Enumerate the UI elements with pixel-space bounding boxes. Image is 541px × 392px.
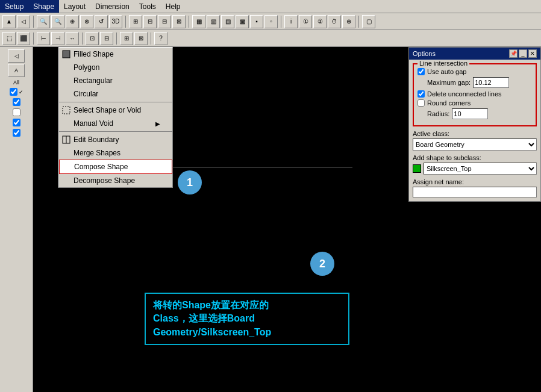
tb-btn-8[interactable]: 3D bbox=[109, 15, 122, 28]
left-btn-2[interactable]: A bbox=[8, 64, 25, 77]
round-corners-row: Round corners bbox=[417, 99, 532, 107]
tb-btn-6[interactable]: ⊗ bbox=[80, 15, 93, 28]
canvas-hline bbox=[172, 167, 352, 168]
round-corners-checkbox[interactable] bbox=[417, 99, 425, 107]
tb-btn-13[interactable]: ▦ bbox=[192, 15, 205, 28]
active-class-label: Active class: bbox=[413, 130, 537, 137]
toolbar-row2: ⬚ ⬛ ⊢ ⊣ ↔ ⊡ ⊟ ⊞ ⊠ ? bbox=[0, 30, 541, 47]
active-class-select[interactable]: Board Geometry bbox=[413, 138, 537, 151]
subclass-select[interactable]: Silkscreen_Top bbox=[424, 163, 537, 175]
add-shape-label: Add shape to subclass: bbox=[413, 154, 537, 161]
tb-sep-5 bbox=[358, 16, 359, 28]
menu-sep-1 bbox=[59, 102, 172, 102]
menu-setup[interactable]: Setup bbox=[0, 0, 28, 13]
menu-item-merge-shapes-label: Merge Shapes bbox=[73, 149, 120, 157]
tb-btn-1[interactable]: ▲ bbox=[2, 15, 16, 28]
tb-btn-17[interactable]: ▪ bbox=[250, 15, 263, 28]
tb2-btn-9[interactable]: ⊠ bbox=[134, 32, 148, 45]
radius-input[interactable] bbox=[452, 108, 488, 119]
left-cb-4[interactable] bbox=[13, 119, 20, 126]
tb-btn-14[interactable]: ▧ bbox=[207, 15, 220, 28]
radius-label: Radius: bbox=[427, 110, 449, 117]
tb-sep-2 bbox=[125, 16, 126, 28]
menu-item-select-shape[interactable]: Select Shape or Void bbox=[59, 104, 172, 117]
left-cb-3[interactable] bbox=[13, 108, 20, 116]
menu-item-decompose-shape-label: Decompose Shape bbox=[73, 176, 135, 185]
left-panel: ◁ A All ✓ bbox=[0, 47, 33, 392]
menu-item-polygon[interactable]: Polygon bbox=[59, 61, 172, 74]
tb-btn-24[interactable]: ▢ bbox=[362, 15, 375, 28]
left-cb-5[interactable] bbox=[13, 129, 20, 137]
tb-btn-11[interactable]: ⊟ bbox=[158, 15, 171, 28]
pin-button[interactable]: 📌 bbox=[509, 49, 518, 58]
delete-unconnected-checkbox[interactable] bbox=[417, 90, 425, 98]
menu-item-rectangular[interactable]: Rectangular bbox=[59, 74, 172, 87]
left-cb-2[interactable] bbox=[13, 98, 20, 106]
left-cb-1[interactable] bbox=[10, 88, 17, 96]
tb2-btn-10[interactable]: ? bbox=[154, 32, 167, 45]
maximum-gap-input[interactable] bbox=[473, 77, 509, 88]
tb-btn-20[interactable]: ① bbox=[299, 15, 312, 28]
assign-net-section: Assign net name: bbox=[413, 178, 537, 198]
tb-btn-3[interactable]: 🔍 bbox=[37, 15, 50, 28]
tb-btn-18[interactable]: ▫ bbox=[264, 15, 278, 28]
maximum-gap-row: Maximum gap: bbox=[427, 77, 532, 88]
menu-item-compose-shape[interactable]: Compose Shape bbox=[59, 160, 172, 174]
assign-net-input[interactable] bbox=[413, 187, 537, 198]
menu-shape[interactable]: Shape bbox=[28, 0, 59, 13]
bubble-1-label: 1 bbox=[187, 176, 193, 189]
tb2-btn-6[interactable]: ⊡ bbox=[86, 32, 99, 45]
tb-btn-12[interactable]: ⊠ bbox=[172, 15, 186, 28]
active-class-section: Active class: Board Geometry bbox=[413, 130, 537, 151]
tb2-sep-3 bbox=[116, 33, 117, 45]
filled-shape-icon bbox=[61, 49, 71, 59]
options-title: Options bbox=[413, 50, 436, 57]
tb2-sep-1 bbox=[33, 33, 34, 45]
tb-btn-10[interactable]: ⊟ bbox=[143, 15, 157, 28]
tb-btn-2[interactable]: ◁ bbox=[17, 15, 30, 28]
menu-item-decompose-shape[interactable]: Decompose Shape bbox=[59, 174, 172, 187]
svg-rect-1 bbox=[63, 107, 70, 114]
use-auto-gap-checkbox[interactable] bbox=[417, 68, 425, 75]
minimize-button[interactable]: _ bbox=[519, 49, 527, 58]
menu-tools[interactable]: Tools bbox=[134, 0, 161, 13]
tb-btn-21[interactable]: ② bbox=[313, 15, 327, 28]
subclass-color-box bbox=[413, 164, 421, 173]
tb-btn-22[interactable]: ⏱ bbox=[328, 15, 341, 28]
tb-btn-19[interactable]: i bbox=[284, 15, 298, 28]
menu-item-edit-boundary[interactable]: Edit Boundary bbox=[59, 133, 172, 146]
tb-btn-4[interactable]: 🔍 bbox=[51, 15, 64, 28]
edit-boundary-icon bbox=[61, 135, 71, 145]
round-corners-label: Round corners bbox=[427, 99, 471, 107]
left-checkbox-1: ✓ bbox=[10, 88, 23, 96]
menu-item-manual-void-label: Manual Void bbox=[73, 119, 113, 128]
left-btn-1[interactable]: ◁ bbox=[8, 49, 25, 63]
tb-btn-7[interactable]: ↺ bbox=[95, 15, 108, 28]
close-button[interactable]: ✕ bbox=[528, 49, 537, 58]
tb2-btn-7[interactable]: ⊟ bbox=[100, 32, 113, 45]
shape-dropdown-menu: Filled Shape Polygon Rectangular Circula… bbox=[58, 47, 173, 188]
tb-btn-5[interactable]: ⊕ bbox=[66, 15, 79, 28]
tb-btn-15[interactable]: ▨ bbox=[221, 15, 234, 28]
tb-btn-16[interactable]: ▩ bbox=[236, 15, 249, 28]
menu-item-filled-shape[interactable]: Filled Shape bbox=[59, 48, 172, 61]
tb2-btn-8[interactable]: ⊞ bbox=[120, 32, 133, 45]
menu-item-merge-shapes[interactable]: Merge Shapes bbox=[59, 146, 172, 160]
titlebar-buttons: 📌 _ ✕ bbox=[509, 49, 537, 58]
menu-help[interactable]: Help bbox=[161, 0, 186, 13]
tb2-btn-1[interactable]: ⬚ bbox=[2, 32, 16, 45]
tb2-btn-2[interactable]: ⬛ bbox=[17, 32, 30, 45]
bubble-2: 2 bbox=[310, 252, 334, 276]
tb-btn-23[interactable]: ⊕ bbox=[342, 15, 355, 28]
menu-dimension[interactable]: Dimension bbox=[90, 0, 134, 13]
tb-btn-9[interactable]: ⊞ bbox=[129, 15, 142, 28]
tb-sep-4 bbox=[281, 16, 281, 28]
menu-item-manual-void[interactable]: Manual Void ▶ bbox=[59, 117, 172, 130]
tb2-btn-4[interactable]: ⊣ bbox=[51, 32, 64, 45]
tb2-btn-3[interactable]: ⊢ bbox=[37, 32, 50, 45]
tb2-btn-5[interactable]: ↔ bbox=[66, 32, 79, 45]
tb-sep-3 bbox=[189, 16, 189, 28]
manual-void-arrow: ▶ bbox=[155, 120, 160, 127]
menu-layout[interactable]: Layout bbox=[59, 0, 90, 13]
menu-item-circular[interactable]: Circular bbox=[59, 87, 172, 101]
